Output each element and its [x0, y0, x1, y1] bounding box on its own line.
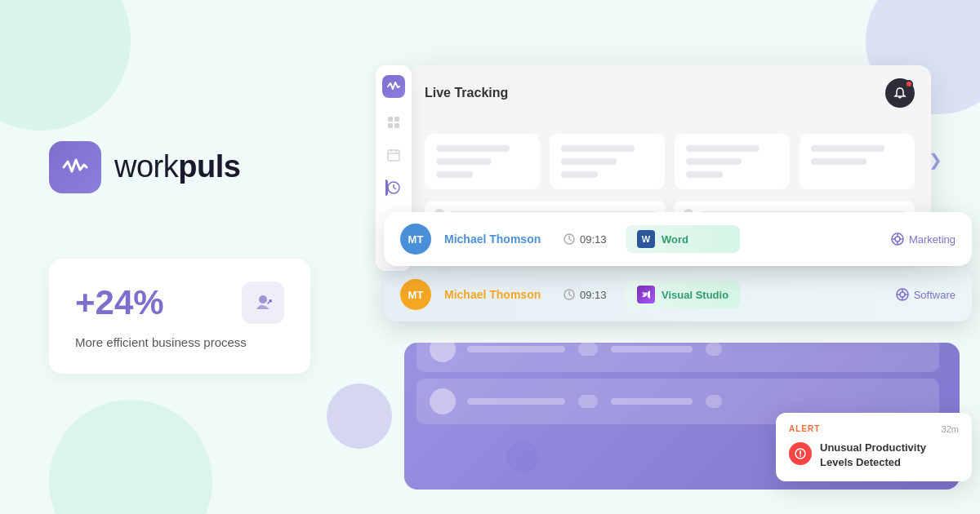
panel-title: Live Tracking	[425, 86, 508, 100]
brand-name: workpuls	[114, 149, 240, 184]
alert-popup: ALERT 32m Unusual Productivity Levels De…	[776, 413, 972, 481]
skel-track-row-1	[416, 326, 939, 372]
svg-point-20	[895, 237, 900, 241]
svg-rect-3	[388, 123, 393, 128]
efficiency-icon	[242, 281, 284, 324]
tracking-row-vs: MT Michael Thomson 09:13 Visual Studio	[384, 268, 972, 321]
svg-point-0	[259, 295, 267, 304]
user-name-2: Michael Thomson	[444, 288, 550, 301]
alert-message: Unusual Productivity Levels Detected	[820, 441, 959, 470]
skeleton-card-3	[675, 134, 790, 189]
alert-icon	[789, 442, 812, 465]
svg-line-11	[394, 188, 396, 189]
alert-label: ALERT	[789, 424, 820, 433]
dept-badge-marketing: Marketing	[891, 233, 956, 246]
logo-area: workpuls	[49, 141, 359, 193]
alert-header: ALERT 32m	[789, 424, 959, 434]
sidebar-logo-icon	[382, 75, 405, 98]
left-section: workpuls +24% More efficient business pr…	[49, 0, 359, 514]
word-icon: W	[637, 230, 655, 248]
right-section: Live Tracking	[359, 0, 980, 514]
sidebar-icon-calendar[interactable]	[385, 147, 402, 163]
app-badge-vs: Visual Studio	[626, 281, 740, 308]
dept-badge-software: Software	[896, 288, 956, 301]
skeleton-card-2	[550, 134, 665, 189]
dept-name-2: Software	[914, 289, 956, 301]
skeleton-card-1	[425, 134, 540, 189]
svg-point-29	[900, 292, 905, 297]
svg-line-18	[569, 239, 572, 241]
time-value-2: 09:13	[580, 289, 607, 301]
sidebar-icon-grid[interactable]	[385, 114, 402, 131]
time-badge-1: 09:13	[564, 233, 612, 246]
workpuls-logo-icon	[49, 141, 101, 193]
stat-top: +24%	[75, 281, 284, 324]
sidebar-icon-clock[interactable]	[385, 179, 402, 196]
vs-icon	[637, 286, 655, 304]
svg-rect-5	[388, 150, 399, 161]
panel-header: Live Tracking	[408, 65, 931, 121]
avatar-mt-1: MT	[400, 224, 431, 255]
stat-label: More efficient business process	[75, 334, 284, 351]
app-name-2: Visual Studio	[662, 289, 728, 301]
svg-point-36	[800, 455, 801, 457]
tracking-row-word: MT Michael Thomson 09:13 W Word Market	[384, 212, 972, 266]
app-name-1: Word	[662, 233, 688, 246]
time-badge-2: 09:13	[564, 289, 612, 301]
skeleton-card-4	[800, 134, 915, 189]
stat-number: +24%	[75, 283, 164, 322]
skeleton-cards-row	[425, 134, 915, 189]
app-badge-word: W Word	[626, 225, 740, 253]
svg-rect-1	[388, 117, 393, 122]
alert-time: 32m	[942, 424, 959, 434]
notification-button[interactable]	[885, 78, 915, 108]
avatar-mt-2: MT	[400, 279, 431, 310]
panel-chevron-icon: ❯	[929, 150, 942, 170]
user-name-1: Michael Thomson	[444, 233, 550, 246]
stat-card: +24% More efficient business process	[49, 259, 310, 374]
time-value-1: 09:13	[580, 233, 607, 246]
alert-body: Unusual Productivity Levels Detected	[789, 441, 959, 470]
svg-rect-4	[394, 123, 399, 128]
svg-rect-2	[394, 117, 399, 122]
notification-dot	[905, 80, 913, 88]
dept-name-1: Marketing	[909, 233, 956, 246]
svg-line-27	[569, 295, 572, 296]
